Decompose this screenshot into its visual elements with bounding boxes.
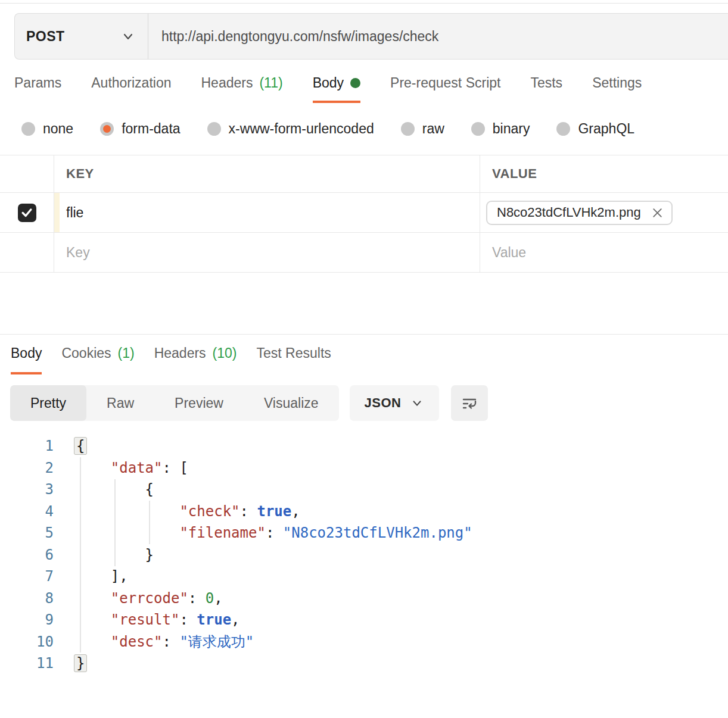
- format-dropdown[interactable]: JSON: [350, 385, 439, 421]
- chevron-down-icon: [410, 396, 424, 410]
- mode-none[interactable]: none: [21, 121, 73, 137]
- tab-authorization[interactable]: Authorization: [91, 75, 171, 103]
- indent-guide: [149, 501, 150, 544]
- line-number: 1: [0, 435, 54, 457]
- line-number: 2: [0, 457, 54, 479]
- request-url-bar: POST http://api.dengtongyu.com/nsfw/imag…: [14, 13, 728, 60]
- key-column-header: KEY: [54, 155, 480, 192]
- value-cell: N8co23tdCfLVHk2m.png: [480, 193, 728, 232]
- code-line: 10 "desc": "请求成功": [0, 631, 728, 653]
- tab-headers-count: (11): [259, 75, 282, 91]
- fold-toggle[interactable]: {: [74, 437, 87, 455]
- tab-headers[interactable]: Headers (11): [201, 75, 283, 103]
- mode-binary[interactable]: binary: [471, 121, 530, 137]
- radio-icon: [556, 122, 570, 136]
- radio-selected-icon: [100, 122, 114, 136]
- radio-icon: [207, 122, 221, 136]
- code-line: 11}: [0, 653, 728, 675]
- tab-headers-label: Headers: [201, 75, 253, 91]
- body-mode-selector: none form-data x-www-form-urlencoded raw…: [21, 121, 728, 137]
- format-label: JSON: [365, 395, 402, 411]
- response-section-divider: [0, 334, 728, 335]
- mode-form-data[interactable]: form-data: [100, 121, 180, 137]
- code-line: 1{: [0, 435, 728, 457]
- response-tab-test-results[interactable]: Test Results: [257, 345, 331, 374]
- line-number: 8: [0, 588, 54, 610]
- line-number: 6: [0, 544, 54, 566]
- view-pretty[interactable]: Pretty: [10, 385, 86, 421]
- file-chip[interactable]: N8co23tdCfLVHk2m.png: [486, 201, 673, 225]
- row-enabled-checkbox[interactable]: [18, 204, 36, 222]
- mode-graphql[interactable]: GraphQL: [556, 121, 634, 137]
- radio-icon: [21, 122, 35, 136]
- line-number: 9: [0, 609, 54, 631]
- code-line: 9 "result": true,: [0, 609, 728, 631]
- response-tab-headers[interactable]: Headers (10): [154, 345, 237, 374]
- response-headers-count: (10): [213, 345, 237, 361]
- response-view-toolbar: Pretty Raw Preview Visualize JSON: [10, 385, 728, 421]
- tab-params[interactable]: Params: [14, 75, 61, 103]
- method-label: POST: [26, 29, 65, 45]
- view-raw[interactable]: Raw: [86, 385, 154, 421]
- indent-guide: [114, 479, 116, 566]
- chevron-down-icon: [120, 29, 136, 44]
- top-divider: [0, 0, 728, 4]
- response-tabs: Body Cookies (1) Headers (10) Test Resul…: [11, 345, 728, 374]
- remove-file-icon[interactable]: [651, 207, 664, 219]
- response-body-code: 1{2 "data": [3 {4 "check": true,5 "filen…: [0, 435, 728, 675]
- response-tab-cookies[interactable]: Cookies (1): [61, 345, 134, 374]
- form-data-table: KEY VALUE flie N8co23tdCfLVHk2m.png Key …: [0, 155, 728, 273]
- radio-icon: [401, 122, 415, 136]
- fold-toggle[interactable]: }: [74, 654, 87, 672]
- code-line: 2 "data": [: [0, 457, 728, 479]
- line-number: 11: [0, 653, 54, 675]
- indent-guide: [80, 457, 81, 653]
- tab-pre-request-script[interactable]: Pre-request Script: [390, 75, 500, 103]
- wrap-lines-icon: [460, 394, 479, 413]
- mode-raw[interactable]: raw: [401, 121, 444, 137]
- tab-settings[interactable]: Settings: [592, 75, 642, 103]
- select-column-header: [0, 155, 54, 192]
- body-modified-dot: [350, 78, 360, 88]
- line-number: 4: [0, 501, 54, 523]
- response-view-modes: Pretty Raw Preview Visualize: [10, 385, 339, 421]
- mode-x-www-form-urlencoded[interactable]: x-www-form-urlencoded: [207, 121, 374, 137]
- value-column-header: VALUE: [480, 155, 728, 192]
- new-value-input[interactable]: Value: [492, 245, 526, 261]
- code-line: 6 }: [0, 544, 728, 566]
- code-lines-container: 1{2 "data": [3 {4 "check": true,5 "filen…: [0, 435, 728, 675]
- wrap-lines-button[interactable]: [451, 385, 488, 421]
- response-tab-body[interactable]: Body: [11, 345, 42, 374]
- view-visualize[interactable]: Visualize: [244, 385, 339, 421]
- table-header-row: KEY VALUE: [0, 155, 728, 193]
- code-line: 4 "check": true,: [0, 501, 728, 523]
- key-input[interactable]: flie: [54, 193, 480, 232]
- line-number: 7: [0, 566, 54, 588]
- table-row: flie N8co23tdCfLVHk2m.png: [0, 193, 728, 233]
- tab-tests[interactable]: Tests: [530, 75, 562, 103]
- cookies-count: (1): [118, 345, 135, 361]
- tab-body-label: Body: [313, 75, 344, 91]
- radio-icon: [471, 122, 485, 136]
- table-empty-row: Key Value: [0, 233, 728, 273]
- view-preview[interactable]: Preview: [154, 385, 244, 421]
- tab-body[interactable]: Body: [313, 75, 360, 103]
- line-number: 10: [0, 631, 54, 653]
- url-input[interactable]: http://api.dengtongyu.com/nsfw/images/ch…: [148, 14, 728, 59]
- request-tabs: Params Authorization Headers (11) Body P…: [14, 75, 728, 103]
- code-line: 5 "filename": "N8co23tdCfLVHk2m.png": [0, 522, 728, 544]
- file-name: N8co23tdCfLVHk2m.png: [497, 205, 641, 220]
- method-dropdown[interactable]: POST: [15, 14, 148, 59]
- code-line: 7 ],: [0, 566, 728, 588]
- code-line: 3 {: [0, 479, 728, 501]
- new-key-input[interactable]: Key: [66, 245, 90, 261]
- line-number: 3: [0, 479, 54, 501]
- code-line: 8 "errcode": 0,: [0, 588, 728, 610]
- line-number: 5: [0, 522, 54, 544]
